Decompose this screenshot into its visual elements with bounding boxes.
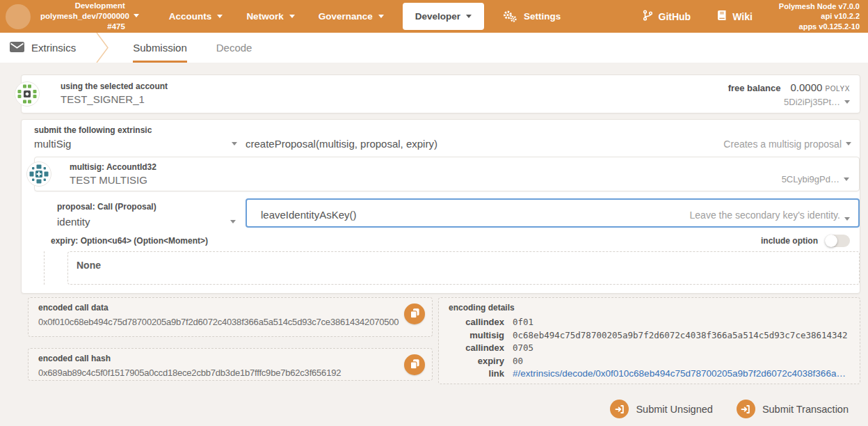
menu-settings[interactable]: Settings — [491, 0, 572, 33]
multisig-param-label: multisig: AccountId32 — [70, 162, 849, 172]
sign-in-icon — [737, 400, 755, 418]
chain-selector[interactable]: Development polymesh_dev/7000000 #475 — [6, 1, 139, 31]
sign-in-icon — [610, 400, 629, 418]
chevron-down-icon — [289, 15, 295, 18]
menu-governance[interactable]: Governance — [307, 0, 396, 33]
extrinsic-label: submit the following extrinsic — [34, 125, 860, 135]
app-title-label: Extrinsics — [31, 42, 76, 54]
proposal-pallet-select[interactable]: identity — [57, 216, 246, 228]
chevron-down-icon — [378, 15, 384, 18]
encoded-call-hash-value: 0x689ab89c4c5f0f1517905a0ccd18ece2cbb7db… — [38, 367, 422, 379]
extrinsics-mail-icon — [10, 42, 24, 54]
copy-icon — [410, 358, 420, 372]
pallet-select[interactable]: multiSig — [34, 138, 246, 150]
encoding-details-box: encoding details callindex 0f01 multisig… — [438, 297, 860, 384]
multisig-identicon[interactable] — [26, 161, 51, 187]
include-option-label: include option — [761, 236, 818, 246]
chevron-down-icon — [844, 217, 850, 221]
extrinsic-card: submit the following extrinsic multiSig … — [21, 119, 860, 294]
node-version: Polymesh Node v7.0.0 — [779, 1, 860, 11]
chevron-down-icon — [217, 15, 223, 18]
wiki-link[interactable]: Wiki — [709, 10, 761, 23]
chain-network: polymesh_dev/7000000 — [40, 12, 129, 20]
include-option-toggle[interactable] — [825, 235, 850, 247]
account-identicon[interactable] — [15, 81, 40, 106]
copy-call-data-button[interactable] — [404, 303, 425, 324]
proposal-param-label: proposal: Call (Proposal) — [57, 202, 246, 212]
free-balance: free balance0.0000POLYX — [728, 81, 850, 93]
submit-unsigned-button[interactable]: Submit Unsigned — [610, 400, 712, 418]
chevron-down-icon — [846, 142, 851, 145]
expiry-param-label: expiry: Option<u64> (Option<Moment>) — [51, 236, 208, 246]
app-title-extrinsics: Extrinsics — [10, 33, 76, 63]
encoded-output-section: encoded call data 0x0f010c68eb494c75d787… — [28, 297, 860, 384]
api-version: api v10.2.2 — [779, 11, 860, 21]
chain-name: Development — [75, 1, 125, 11]
submit-actions: Submit Unsigned Submit Transaction — [0, 400, 849, 418]
encoding-row-link: link #/extrinsics/decode/0x0f010c68eb494… — [449, 368, 850, 381]
encoding-row: callindex 0705 — [449, 342, 850, 355]
encoding-details-label: encoding details — [449, 303, 850, 313]
proposal-method-hint: Leave the secondary key's identity. — [690, 210, 840, 221]
main-menu: Accounts Network Governance Developer Se… — [157, 0, 572, 33]
tab-submission[interactable]: Submission — [133, 33, 187, 63]
chain-logo — [6, 4, 31, 29]
encoding-row: multisig 0c68eb494c75d78700205a9b7f2d607… — [449, 329, 850, 342]
decode-link[interactable]: #/extrinsics/decode/0x0f010c68eb494c75d7… — [513, 368, 846, 381]
toggle-knob — [825, 235, 837, 247]
encoded-call-data-value: 0x0f010c68eb494c75d78700205a9b7f2d6072c4… — [38, 316, 422, 329]
copy-icon — [410, 308, 420, 321]
expiry-param-row: expiry: Option<u64> (Option<Moment>) inc… — [51, 235, 850, 247]
book-icon — [717, 10, 727, 23]
github-link[interactable]: GitHub — [634, 10, 700, 23]
chain-block-number: #475 — [107, 22, 125, 32]
account-card: using the selected account TEST_SIGNER_1… — [21, 74, 860, 113]
account-address-dropdown[interactable]: 5Di2iPj35Pt… — [728, 97, 850, 107]
menu-network[interactable]: Network — [234, 0, 306, 33]
proposal-param-row: proposal: Call (Proposal) identity leave… — [57, 198, 860, 228]
encoded-call-hash-box: encoded call hash 0x689ab89c4c5f0f151790… — [28, 348, 433, 381]
encoded-call-data-label: encoded call data — [38, 303, 422, 313]
menu-developer[interactable]: Developer — [403, 3, 484, 30]
polkadot-apps-extrinsics-page: Development polymesh_dev/7000000 #475 Ac… — [0, 0, 868, 426]
chevron-down-icon — [844, 178, 849, 181]
expiry-none-value: None — [67, 251, 860, 285]
menu-accounts[interactable]: Accounts — [157, 0, 235, 33]
version-info: Polymesh Node v7.0.0 api v10.2.2 apps v0… — [779, 1, 862, 31]
chevron-down-icon — [232, 142, 237, 145]
top-nav-bar: Development polymesh_dev/7000000 #475 Ac… — [0, 0, 868, 33]
git-branch-icon — [643, 10, 653, 23]
tab-decode[interactable]: Decode — [216, 33, 252, 63]
chevron-down-icon — [230, 220, 236, 223]
encoded-call-data-box: encoded call data 0x0f010c68eb494c75d787… — [28, 297, 433, 337]
copy-call-hash-button[interactable] — [404, 354, 425, 375]
breadcrumb-chevron — [95, 33, 111, 63]
encoding-row: expiry 00 — [449, 355, 850, 368]
chevron-down-icon — [844, 100, 850, 104]
gear-icon — [503, 10, 517, 23]
encoded-call-hash-label: encoded call hash — [38, 354, 422, 363]
chevron-down-icon — [134, 14, 139, 17]
multisig-address-dropdown[interactable]: 5CLybi9gPd… — [782, 174, 849, 184]
method-select[interactable]: createProposal(multisig, proposal, expir… — [246, 138, 860, 150]
apps-version: apps v0.125.2-10 — [779, 22, 860, 31]
multisig-param-card: multisig: AccountId32 TEST MULTISIG 5CLy… — [34, 157, 860, 191]
multisig-account-name[interactable]: TEST MULTISIG — [70, 174, 849, 186]
tab-bar: Extrinsics Submission Decode — [0, 33, 868, 63]
method-hint: Creates a multisig proposal — [723, 139, 842, 150]
encoding-row: callindex 0f01 — [449, 316, 850, 329]
proposal-method-select[interactable]: leaveIdentityAsKey() Leave the secondary… — [246, 198, 860, 228]
chevron-down-icon — [466, 15, 472, 18]
submit-transaction-button[interactable]: Submit Transaction — [737, 400, 849, 418]
